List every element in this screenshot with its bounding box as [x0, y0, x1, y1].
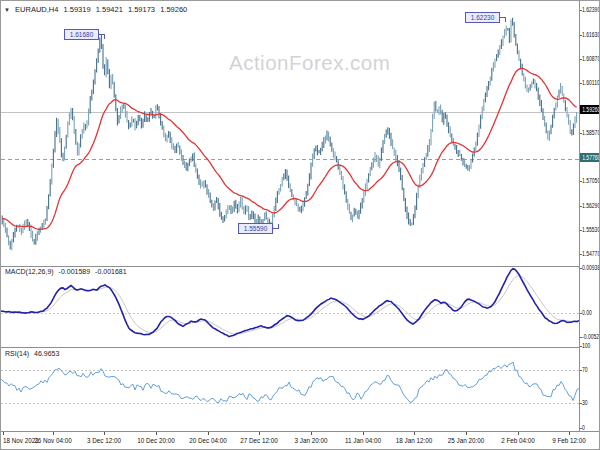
time-tick-label: 20 Dec 04:00 [189, 437, 226, 444]
time-tick-label: 10 Dec 20:00 [137, 437, 174, 444]
time-tick-label: 18 Jan 12:00 [396, 437, 432, 444]
open-value: 1.59319 [63, 5, 90, 14]
rsi-axis-label: 30 [582, 399, 588, 406]
time-tick [414, 432, 415, 435]
bid-price-label: 1.59260 [580, 105, 600, 114]
macd-axis-label: -0.005252 [582, 333, 600, 340]
rsi-panel-title: RSI(14) 46.9653 [5, 350, 62, 357]
time-tick-label: 27 Dec 12:00 [240, 437, 277, 444]
level-price-label: 1.57760 [580, 153, 600, 162]
time-tick [518, 432, 519, 435]
mt4-chart-window: ActionForex.com ▼ EURAUD,H4 1.59319 1.59… [0, 0, 600, 450]
symbol-dropdown-icon[interactable]: ▼ [4, 7, 10, 13]
time-tick-label: 3 Jan 20:00 [295, 437, 328, 444]
time-tick [466, 432, 467, 435]
time-tick-label: 3 Dec 12:00 [87, 437, 121, 444]
time-tick-label: 11 Jan 04:00 [345, 437, 381, 444]
time-tick-label: 26 Nov 04:00 [34, 437, 71, 444]
price-chart-panel[interactable]: ▼ EURAUD,H4 1.59319 1.59421 1.59173 1.59… [1, 1, 579, 266]
price-annotation[interactable]: 1.61680 [64, 29, 99, 40]
rsi-line [1, 362, 579, 403]
price-axis[interactable]: 1.623901.616301.608701.601101.585701.570… [579, 1, 600, 431]
rsi-axis-label: 0 [582, 424, 585, 431]
macd-panel-title: MACD(12,26,9) -0.001589 -0.001681 [5, 268, 130, 275]
macd-signal-value: -0.001681 [95, 268, 127, 275]
time-tick [569, 432, 570, 435]
macd-label: MACD(12,26,9) [5, 268, 54, 275]
price-tick-label: 1.60110 [582, 79, 600, 86]
close-value: 1.59260 [160, 5, 187, 14]
price-tick-label: 1.56290 [582, 202, 600, 209]
annotation-connector [278, 224, 279, 229]
chart-header: ▼ EURAUD,H4 1.59319 1.59421 1.59173 1.59… [4, 5, 190, 14]
price-tick-label: 1.55530 [582, 226, 600, 233]
rsi-axis-label: 100 [582, 342, 590, 349]
rsi-value: 46.9653 [34, 350, 59, 357]
rsi-label: RSI(14) [5, 350, 29, 357]
price-tick-label: 1.61630 [582, 31, 600, 38]
time-tick [3, 432, 4, 435]
time-tick [363, 432, 364, 435]
time-tick [104, 432, 105, 435]
symbol-label: EURAUD,H4 [15, 5, 58, 14]
price-tick-label: 1.57050 [582, 177, 600, 184]
price-tick-label: 1.62390 [582, 6, 600, 13]
low-value: 1.59173 [128, 5, 155, 14]
price-annotation[interactable]: 1.62230 [465, 12, 500, 23]
time-tick [208, 432, 209, 435]
time-tick [156, 432, 157, 435]
price-tick-label: 1.54770 [582, 250, 600, 257]
time-tick-label: 25 Jan 20:00 [448, 437, 484, 444]
macd-main-line [1, 269, 579, 337]
panel-separator[interactable] [1, 266, 600, 267]
time-tick-label: 2 Feb 04:00 [501, 437, 535, 444]
time-tick-label: 9 Feb 12:00 [552, 437, 586, 444]
macd-main-value: -0.001589 [59, 268, 91, 275]
time-axis[interactable]: 18 Nov 202126 Nov 04:003 Dec 12:0010 Dec… [1, 432, 600, 450]
price-annotation[interactable]: 1.55590 [238, 223, 273, 234]
price-tick-label: 1.60870 [582, 55, 600, 62]
macd-axis-label: 0.009384 [582, 264, 600, 271]
panel-separator[interactable] [1, 347, 600, 348]
annotation-connector [104, 34, 105, 39]
time-tick [311, 432, 312, 435]
high-value: 1.59421 [96, 5, 123, 14]
price-tick-label: 1.58570 [582, 129, 600, 136]
time-tick [53, 432, 54, 435]
macd-axis-label: 0.00 [582, 309, 592, 316]
annotation-connector [505, 17, 506, 22]
time-tick [259, 432, 260, 435]
rsi-axis-label: 70 [582, 366, 588, 373]
